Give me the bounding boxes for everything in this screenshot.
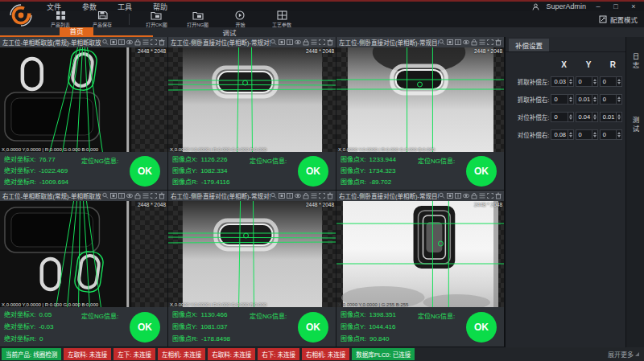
spinner-up-icon[interactable] (593, 132, 597, 134)
trash-icon[interactable] (496, 39, 502, 45)
fit-view-icon[interactable] (111, 194, 117, 199)
list-icon[interactable] (312, 194, 317, 198)
lock-icon[interactable] (472, 39, 477, 45)
fit-view-icon[interactable] (448, 194, 453, 199)
toolbar-product-save[interactable]: 产品保存 (87, 10, 118, 28)
align-left-r-input[interactable]: 0.01 (600, 112, 622, 122)
search-icon[interactable] (271, 193, 276, 198)
fit-view-icon[interactable] (111, 40, 117, 45)
spinner-up-icon[interactable] (569, 96, 572, 99)
lock-icon[interactable] (472, 193, 477, 199)
lock-icon[interactable] (135, 39, 140, 45)
minimize-button[interactable]: – (592, 2, 604, 10)
spinner-down-icon[interactable] (617, 82, 621, 84)
tab-home[interactable]: 首页 (0, 27, 153, 37)
spinner-up-icon[interactable] (617, 96, 621, 99)
search-icon[interactable] (271, 39, 276, 44)
camera-image-3[interactable]: 2448 * 2048 X,0.0000 Y,0.0000 | R:0.000 … (336, 47, 504, 152)
toolbar-product-list[interactable]: 产品列表 (45, 10, 76, 28)
spinner-down-icon[interactable] (569, 100, 572, 102)
actual-size-icon[interactable] (119, 40, 125, 45)
spinner-down-icon[interactable] (569, 135, 572, 137)
toolbar-process-params[interactable]: 工艺参数 (266, 10, 297, 28)
spinner-up-icon[interactable] (617, 79, 621, 81)
actual-size-icon[interactable] (456, 40, 461, 45)
crop-icon[interactable] (320, 194, 325, 199)
close-button[interactable]: × (628, 2, 639, 10)
eye-icon[interactable] (126, 194, 132, 198)
spinner-down-icon[interactable] (569, 82, 572, 84)
spinner-up-icon[interactable] (593, 96, 597, 99)
search-icon[interactable] (440, 193, 444, 198)
eye-icon[interactable] (295, 40, 300, 44)
list-icon[interactable] (480, 40, 485, 44)
crop-icon[interactable] (488, 40, 493, 45)
list-icon[interactable] (480, 194, 485, 198)
fit-view-icon[interactable] (279, 40, 285, 45)
crop-icon[interactable] (320, 40, 325, 45)
camera-image-2[interactable]: 2448 * 2048 X,0.0000 Y,0.0000 | R:0.000 … (168, 47, 336, 152)
eye-icon[interactable] (463, 40, 469, 44)
actual-size-icon[interactable] (287, 194, 293, 199)
grab-right-x-input[interactable]: 0 (551, 94, 573, 105)
align-right-x-input[interactable]: 0.08 (551, 129, 573, 140)
config-mode-button[interactable]: 配置模式 (599, 14, 638, 24)
crop-icon[interactable] (488, 194, 493, 199)
actual-size-icon[interactable] (119, 194, 125, 199)
grab-left-x-input[interactable]: 0.03 (551, 76, 573, 87)
spinner-up-icon[interactable] (569, 79, 572, 81)
lock-icon[interactable] (135, 193, 140, 199)
spinner-down-icon[interactable] (569, 117, 572, 120)
spinner-down-icon[interactable] (593, 100, 597, 102)
grab-right-r-input[interactable]: 0 (600, 94, 622, 105)
maximize-button[interactable]: □ (610, 2, 621, 10)
search-icon[interactable] (440, 39, 444, 44)
list-icon[interactable] (143, 40, 149, 44)
eye-icon[interactable] (126, 40, 132, 44)
spinner-down-icon[interactable] (593, 135, 597, 137)
camera-image-5[interactable]: 2448 * 2048 X,0.0000 Y,0.0000 | R:0.000 … (168, 201, 336, 307)
crop-icon[interactable] (151, 194, 157, 199)
spinner-up-icon[interactable] (569, 132, 572, 134)
spinner-up-icon[interactable] (569, 114, 572, 117)
tab-debug[interactable]: 调试 (153, 27, 306, 37)
spinner-down-icon[interactable] (617, 117, 621, 120)
grab-left-r-input[interactable]: 0 (600, 76, 622, 87)
actual-size-icon[interactable] (287, 40, 293, 45)
camera-image-1[interactable]: 2448 * 2048 X,0.0000 Y,0.0000 | R:0.000 … (0, 47, 167, 152)
list-icon[interactable] (143, 194, 149, 198)
lock-icon[interactable] (303, 193, 308, 199)
side-tab-test[interactable]: 测试 (630, 112, 640, 138)
list-icon[interactable] (312, 40, 317, 44)
spinner-down-icon[interactable] (593, 82, 597, 84)
eye-icon[interactable] (463, 194, 469, 198)
spinner-down-icon[interactable] (593, 117, 597, 120)
spinner-up-icon[interactable] (593, 114, 597, 117)
align-right-y-input[interactable]: 0 (576, 129, 598, 140)
spinner-up-icon[interactable] (617, 132, 621, 134)
camera-image-4[interactable]: 2448 * 2048 X,0.0000 Y,0.0000 | R:0.000 … (0, 201, 167, 307)
toolbar-start[interactable]: 开始 (225, 10, 255, 28)
actual-size-icon[interactable] (456, 194, 461, 199)
grab-right-y-input[interactable]: 0.01 (576, 94, 598, 105)
trash-icon[interactable] (496, 193, 502, 199)
spinner-up-icon[interactable] (617, 114, 621, 117)
toolbar-open-ok-image[interactable]: 打开OK图 (141, 10, 171, 28)
search-icon[interactable] (103, 193, 108, 198)
trash-icon[interactable] (328, 39, 333, 45)
search-icon[interactable] (103, 39, 108, 44)
camera-image-6[interactable]: 2448 * 2048 X,0.0000 Y,0.0000 | G:255 B:… (336, 201, 504, 307)
toolbar-open-ng-image[interactable]: 打开NG图 (183, 10, 213, 28)
align-right-r-input[interactable]: 0 (600, 129, 622, 140)
expand-more-button[interactable]: 展开更多 (608, 350, 639, 359)
align-left-y-input[interactable]: 0.04 (576, 112, 598, 122)
trash-icon[interactable] (159, 39, 165, 45)
menu-tools[interactable]: 工具 (118, 2, 132, 12)
align-left-x-input[interactable]: 0 (551, 112, 573, 122)
trash-icon[interactable] (159, 193, 165, 199)
spinner-down-icon[interactable] (617, 135, 621, 137)
lock-icon[interactable] (303, 39, 308, 45)
fit-view-icon[interactable] (279, 194, 285, 199)
eye-icon[interactable] (295, 194, 300, 198)
fit-view-icon[interactable] (448, 40, 453, 45)
